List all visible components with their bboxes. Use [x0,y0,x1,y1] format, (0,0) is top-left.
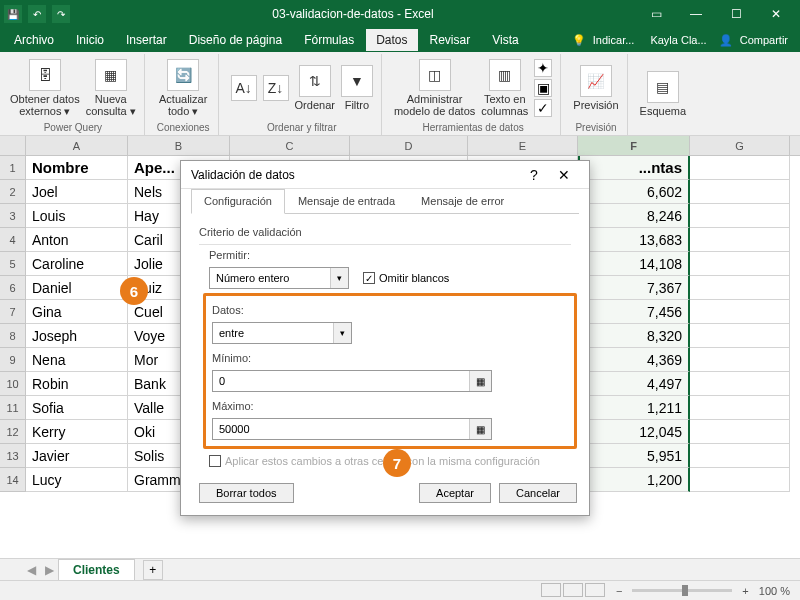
outline-button[interactable]: ▤Esquema [640,71,686,117]
dialog-close-icon[interactable]: ✕ [549,167,579,183]
col-header[interactable]: E [468,136,578,155]
sort-za-icon[interactable]: Z↓ [263,75,289,101]
cell[interactable]: Joel [26,180,128,204]
cell[interactable] [690,348,790,372]
view-buttons[interactable] [540,583,606,599]
cell[interactable]: 1,200 [578,468,690,492]
range-picker-icon[interactable]: ▦ [469,419,491,439]
filter-button[interactable]: ▼Filtro [341,65,373,111]
help-icon[interactable]: ? [519,167,549,183]
cell[interactable]: Sofia [26,396,128,420]
row-header[interactable]: 1 [0,156,26,180]
cell[interactable]: Kerry [26,420,128,444]
max-input[interactable]: 50000▦ [212,418,492,440]
data-validation-icon[interactable]: ✓ [534,99,552,117]
cell[interactable]: Louis [26,204,128,228]
tab-inicio[interactable]: Inicio [66,29,114,51]
save-icon[interactable]: 💾 [4,5,22,23]
dialog-tab-input-msg[interactable]: Mensaje de entrada [285,189,408,213]
forecast-button[interactable]: 📈Previsión [573,65,618,111]
cell[interactable]: Nena [26,348,128,372]
cell[interactable]: 4,369 [578,348,690,372]
cell[interactable]: 12,045 [578,420,690,444]
cell[interactable]: 1,211 [578,396,690,420]
cell[interactable] [690,156,790,180]
row-header[interactable]: 7 [0,300,26,324]
tab-datos[interactable]: Datos [366,29,417,51]
dialog-tab-config[interactable]: Configuración [191,189,285,214]
tab-archivo[interactable]: Archivo [4,29,64,51]
range-picker-icon[interactable]: ▦ [469,371,491,391]
tab-revisar[interactable]: Revisar [420,29,481,51]
cell[interactable] [690,276,790,300]
cell[interactable]: 6,602 [578,180,690,204]
tab-nav-next-icon[interactable]: ▶ [40,563,58,577]
cell[interactable] [690,300,790,324]
text-to-columns-button[interactable]: ▥Texto en columnas [481,59,528,117]
cell[interactable] [690,444,790,468]
user-label[interactable]: Kayla Cla... [646,34,710,46]
cell[interactable] [690,468,790,492]
cell[interactable]: 8,320 [578,324,690,348]
col-header[interactable]: G [690,136,790,155]
minimize-icon[interactable]: — [676,0,716,28]
cell[interactable]: Caroline [26,252,128,276]
select-all-corner[interactable] [0,136,26,155]
ignore-blank-checkbox[interactable]: ✓Omitir blancos [363,272,449,284]
cell[interactable] [690,252,790,276]
tab-vista[interactable]: Vista [482,29,528,51]
cell[interactable]: Daniel [26,276,128,300]
col-header[interactable]: F [578,136,690,155]
new-query-button[interactable]: ▦Nueva consulta ▾ [86,59,136,118]
cell[interactable]: Robin [26,372,128,396]
sort-button[interactable]: ⇅Ordenar [295,65,335,111]
row-header[interactable]: 13 [0,444,26,468]
cell[interactable] [690,396,790,420]
col-header[interactable]: D [350,136,468,155]
get-external-data-button[interactable]: 🗄Obtener datos externos ▾ [10,59,80,118]
row-header[interactable]: 14 [0,468,26,492]
maximize-icon[interactable]: ☐ [716,0,756,28]
cancel-button[interactable]: Cancelar [499,483,577,503]
row-header[interactable]: 9 [0,348,26,372]
cell[interactable] [690,372,790,396]
cell[interactable]: 4,497 [578,372,690,396]
cell[interactable]: Nombre [26,156,128,180]
row-header[interactable]: 10 [0,372,26,396]
flash-fill-icon[interactable]: ✦ [534,59,552,77]
share-button[interactable]: 👤 Compartir [715,34,796,47]
data-model-button[interactable]: ◫Administrar modelo de datos [394,59,475,117]
tab-diseno[interactable]: Diseño de página [179,29,292,51]
tab-formulas[interactable]: Fórmulas [294,29,364,51]
dialog-tab-error-msg[interactable]: Mensaje de error [408,189,517,213]
cell[interactable] [690,324,790,348]
zoom-slider[interactable] [632,589,732,592]
sheet-tab-clientes[interactable]: Clientes [58,559,135,580]
ok-button[interactable]: Aceptar [419,483,491,503]
close-icon[interactable]: ✕ [756,0,796,28]
cell[interactable]: ...ntas [578,156,690,180]
row-header[interactable]: 8 [0,324,26,348]
cell[interactable]: Gina [26,300,128,324]
cell[interactable]: 14,108 [578,252,690,276]
add-sheet-button[interactable]: + [143,560,163,580]
tell-me[interactable]: 💡 Indicar... [568,34,643,47]
col-header[interactable]: C [230,136,350,155]
sort-az-icon[interactable]: A↓ [231,75,257,101]
allow-select[interactable]: Número entero▾ [209,267,349,289]
cell[interactable]: 13,683 [578,228,690,252]
tab-insertar[interactable]: Insertar [116,29,177,51]
tab-nav-prev-icon[interactable]: ◀ [22,563,40,577]
row-header[interactable]: 6 [0,276,26,300]
cell[interactable]: 5,951 [578,444,690,468]
cell[interactable] [690,420,790,444]
row-header[interactable]: 4 [0,228,26,252]
zoom-out-icon[interactable]: − [616,585,622,597]
cell[interactable] [690,228,790,252]
undo-icon[interactable]: ↶ [28,5,46,23]
clear-all-button[interactable]: Borrar todos [199,483,294,503]
cell[interactable]: 8,246 [578,204,690,228]
remove-dup-icon[interactable]: ▣ [534,79,552,97]
row-header[interactable]: 3 [0,204,26,228]
cell[interactable]: Javier [26,444,128,468]
